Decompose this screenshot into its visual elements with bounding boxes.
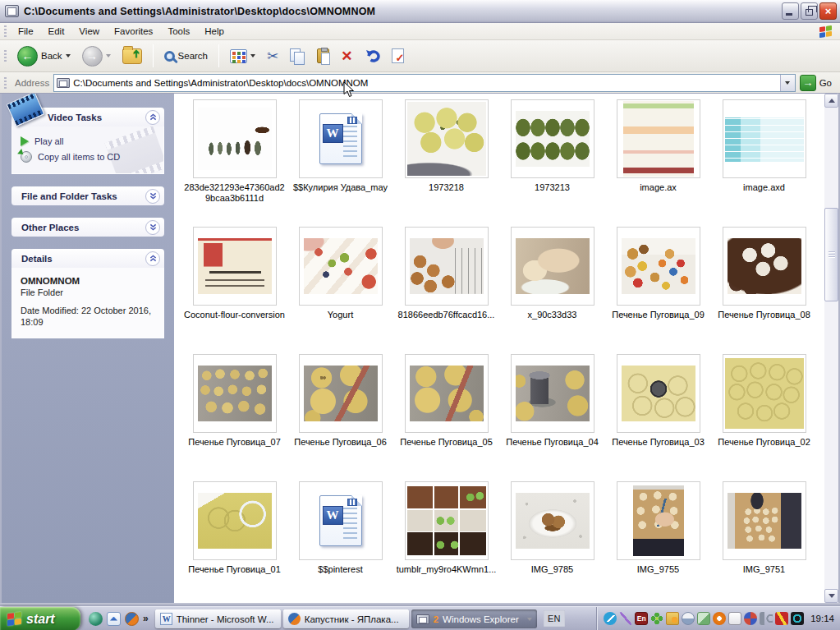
expand-chevron-button[interactable]	[145, 189, 160, 204]
menu-file[interactable]: File	[11, 25, 41, 38]
taskbar-button-firefox[interactable]: Капустник - ЯПлака...	[283, 609, 409, 628]
menu-view[interactable]: View	[71, 25, 107, 38]
file-item[interactable]: $$Кулирия Удава_may	[287, 99, 393, 227]
details-header[interactable]: Details	[11, 249, 164, 268]
tray-language-icon[interactable]: En	[635, 612, 648, 625]
file-item[interactable]: Печенье Пуговица_05	[393, 354, 499, 481]
quick-launch-overflow-icon[interactable]: »	[143, 613, 149, 624]
green-utility-icon[interactable]	[697, 612, 710, 625]
file-item[interactable]: Печенье Пуговица_07	[181, 354, 287, 481]
flower-icon[interactable]	[650, 612, 663, 625]
taskbar-clock[interactable]: 19:14	[810, 614, 834, 623]
file-item[interactable]: 81866eedb76ffcacd16...	[393, 227, 499, 354]
close-button[interactable]: ×	[819, 2, 837, 20]
play-all-label: Play all	[34, 136, 63, 146]
menu-favorites[interactable]: Favorites	[107, 25, 160, 38]
file-item[interactable]: Печенье Пуговица_01	[181, 481, 287, 603]
thumbnail-frame	[511, 354, 594, 433]
file-item[interactable]: IMG_9751	[711, 481, 817, 603]
file-item[interactable]: Yogurt	[287, 227, 393, 354]
scroll-down-button[interactable]	[824, 589, 838, 603]
file-item[interactable]: 1973213	[499, 99, 605, 227]
video-tasks-panel: Video Tasks Play all Copy all items to C…	[11, 108, 164, 174]
volume-icon[interactable]	[760, 612, 773, 625]
telegram-icon[interactable]	[604, 612, 617, 625]
thumbnail-frame	[723, 227, 806, 306]
vertical-scrollbar[interactable]	[824, 94, 838, 603]
file-item[interactable]: x_90c33d33	[499, 227, 605, 354]
outlook-express-icon[interactable]	[107, 612, 121, 626]
collapse-chevron-button[interactable]	[145, 251, 160, 266]
addressbar-grip[interactable]	[4, 77, 7, 89]
file-item[interactable]: Печенье Пуговица_02	[711, 354, 817, 481]
thumbnail-image	[198, 108, 272, 170]
address-dropdown-button[interactable]	[780, 75, 795, 91]
cd-icon	[21, 151, 32, 163]
delete-button[interactable]: ✕	[336, 42, 357, 70]
file-item[interactable]: 283de321293e47360ad29bcaa3b6111d	[181, 99, 287, 227]
expand-chevron-button[interactable]	[145, 220, 160, 235]
document-tray-icon[interactable]	[728, 612, 741, 625]
minimize-button[interactable]	[782, 2, 799, 20]
file-item[interactable]: tumblr_my9ro4KWmn1...	[393, 481, 499, 603]
file-item[interactable]: Печенье Пуговица_09	[605, 227, 711, 354]
file-item[interactable]: Печенье Пуговица_03	[605, 354, 711, 481]
file-item[interactable]: $$pinterest	[287, 481, 393, 603]
scrollbar-thumb[interactable]	[824, 208, 838, 301]
menu-edit[interactable]: Edit	[41, 25, 72, 38]
file-item[interactable]: IMG_9755	[605, 481, 711, 603]
dark-clock-icon[interactable]	[791, 612, 804, 625]
file-item[interactable]: Coconut-flour-conversion	[181, 227, 287, 354]
file-and-folder-tasks-header[interactable]: File and Folder Tasks	[11, 186, 164, 205]
checkmark-document-button[interactable]	[387, 42, 409, 70]
menu-tools[interactable]: Tools	[160, 25, 197, 38]
file-item[interactable]: 1973218	[393, 99, 499, 227]
back-button[interactable]: ← Back	[12, 42, 76, 70]
taskbar-button-explorer-group[interactable]: 2 Windows Explorer	[411, 609, 537, 628]
file-item[interactable]: image.axd	[711, 99, 817, 227]
file-item-label: Печенье Пуговица_05	[400, 437, 493, 448]
go-label: Go	[819, 78, 832, 88]
download-folder-icon[interactable]	[666, 612, 679, 625]
taskbar-button-word[interactable]: Thinner - Microsoft W...	[155, 609, 281, 628]
swirl-icon[interactable]	[744, 612, 757, 625]
views-button[interactable]	[225, 42, 260, 70]
cut-button[interactable]: ✂	[262, 42, 283, 70]
collapse-chevron-button[interactable]	[145, 110, 160, 125]
firefox-icon[interactable]	[125, 612, 139, 626]
menu-help[interactable]: Help	[197, 25, 232, 38]
address-input[interactable]: C:\Documents and Settings\Administrator\…	[53, 74, 795, 92]
lightning-icon[interactable]	[775, 612, 788, 625]
file-item[interactable]: Печенье Пуговица_06	[287, 354, 393, 481]
file-item[interactable]: Печенье Пуговица_04	[499, 354, 605, 481]
other-places-header[interactable]: Other Places	[11, 218, 164, 237]
thumbnail-image	[407, 486, 486, 555]
video-tasks-title: Video Tasks	[48, 113, 102, 122]
file-item[interactable]: image.ax	[605, 99, 711, 227]
toolbar-grip[interactable]	[4, 50, 7, 62]
file-item-label: IMG_9785	[531, 564, 573, 575]
go-button[interactable]: → Go	[800, 75, 837, 91]
folder-window-icon[interactable]	[5, 5, 19, 17]
undo-button[interactable]	[360, 42, 385, 70]
up-button[interactable]	[117, 42, 147, 70]
menubar-grip[interactable]	[4, 25, 7, 37]
feather-pen-icon[interactable]	[619, 612, 632, 625]
restore-button[interactable]	[801, 2, 818, 20]
play-all-task[interactable]: Play all	[21, 134, 157, 149]
paste-button[interactable]	[312, 42, 334, 70]
start-button[interactable]: start	[0, 607, 80, 630]
search-button[interactable]: Search	[159, 42, 213, 70]
language-indicator[interactable]: EN	[544, 610, 565, 627]
copy-button[interactable]	[285, 42, 310, 70]
forward-button[interactable]: →	[77, 42, 116, 70]
copy-to-cd-task[interactable]: Copy all items to CD	[21, 149, 157, 165]
orange-ring-icon[interactable]	[713, 612, 726, 625]
search-globe-icon[interactable]	[89, 612, 103, 626]
back-label: Back	[41, 51, 62, 61]
sphere-icon[interactable]	[682, 612, 695, 625]
file-item[interactable]: IMG_9785	[499, 481, 605, 603]
file-item[interactable]: Печенье Пуговица_08	[711, 227, 817, 354]
scroll-up-button[interactable]	[824, 94, 838, 108]
thumbnail-grid: 283de321293e47360ad29bcaa3b6111d $$Кулир…	[174, 94, 824, 603]
